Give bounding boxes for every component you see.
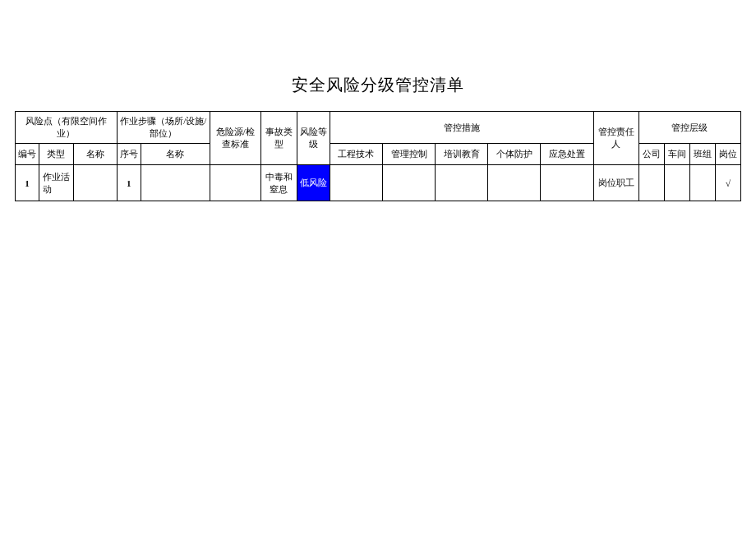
header-eng-tech: 工程技术 [330,144,382,165]
cell-seq: 1 [117,165,141,201]
header-workshop: 车间 [664,144,689,165]
header-work-step: 作业步骤（场所/设施/部位） [117,112,210,144]
header-ppe: 个体防护 [488,144,541,165]
header-training: 培训教育 [436,144,488,165]
cell-risk-level: 低风险 [297,165,330,201]
header-team: 班组 [689,144,715,165]
cell-eng-tech [330,165,382,201]
header-risk-level: 风险等级 [297,112,330,165]
header-seq: 序号 [117,144,141,165]
cell-company [638,165,664,201]
header-emergency: 应急处置 [541,144,593,165]
cell-accident-type: 中毒和窒息 [260,165,297,201]
cell-mgmt-ctrl [382,165,435,201]
header-hazard: 危险源/检查标准 [210,112,260,165]
cell-training [436,165,488,201]
cell-team [689,165,715,201]
page-title: 安全风险分级管控清单 [15,74,741,96]
header-risk-point: 风险点（有限空间作业） [16,112,118,144]
cell-post: √ [715,165,740,201]
header-control-level: 管控层级 [638,112,740,144]
cell-type: 作业活动 [39,165,73,201]
cell-name [73,165,117,201]
cell-step-name [141,165,210,201]
header-step-name: 名称 [141,144,210,165]
header-mgmt-ctrl: 管理控制 [382,144,435,165]
risk-control-table: 风险点（有限空间作业） 作业步骤（场所/设施/部位） 危险源/检查标准 事故类型… [15,111,741,201]
cell-ppe [488,165,541,201]
cell-number: 1 [16,165,39,201]
header-number: 编号 [16,144,39,165]
table-row: 1 作业活动 1 中毒和窒息 低风险 岗位职工 √ [16,165,741,201]
header-name: 名称 [73,144,117,165]
header-company: 公司 [638,144,664,165]
header-type: 类型 [39,144,73,165]
document-page: 安全风险分级管控清单 风险点（有限空间作业） 作业步骤（场所/设 [0,0,756,218]
cell-workshop [664,165,689,201]
cell-hazard [210,165,260,201]
header-row-1: 风险点（有限空间作业） 作业步骤（场所/设施/部位） 危险源/检查标准 事故类型… [16,112,741,144]
header-accident-type: 事故类型 [260,112,297,165]
cell-emergency [541,165,593,201]
cell-responsible: 岗位职工 [593,165,638,201]
header-responsible: 管控责任人 [593,112,638,165]
header-post: 岗位 [715,144,740,165]
header-control-measures: 管控措施 [330,112,593,144]
